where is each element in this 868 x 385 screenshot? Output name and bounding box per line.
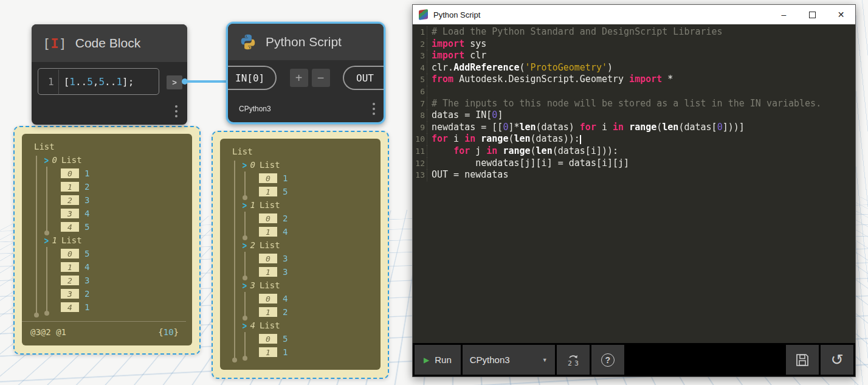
code-block-code-input[interactable]: 1 [1..5,5..1];: [38, 68, 159, 95]
line-number: 12: [413, 158, 427, 170]
tree-guide-line: [46, 167, 47, 234]
sublist-label: List: [260, 319, 280, 332]
sublist-index: 1: [250, 198, 255, 212]
input-port-in0[interactable]: IN[0]: [228, 66, 277, 90]
item-index-badge: 0: [61, 168, 79, 178]
sublist: >2List0313: [242, 238, 374, 279]
sublist-header[interactable]: >2List: [242, 238, 374, 252]
editor-titlebar[interactable]: Python Script – ✕: [413, 5, 855, 24]
python-2to3-migration-button[interactable]: 2 3: [557, 345, 590, 375]
run-button[interactable]: ▶ Run: [415, 345, 461, 375]
list-item: 34: [61, 207, 186, 220]
list-item: 45: [61, 220, 186, 234]
maximize-button[interactable]: [798, 5, 827, 24]
line-number: 11: [413, 145, 427, 158]
engine-selector-dropdown[interactable]: CPython3 ▼: [463, 345, 555, 375]
minimize-button[interactable]: –: [770, 5, 798, 24]
code-line: 12 newdatas[j][i] = datas[i][j]: [413, 158, 855, 170]
remove-input-button[interactable]: −: [312, 69, 330, 87]
code-line: 6: [413, 86, 855, 98]
revert-button[interactable]: ↺: [821, 345, 853, 375]
sublist-index: 4: [250, 319, 255, 332]
help-button[interactable]: ?: [591, 345, 624, 375]
list-item: 02: [259, 212, 374, 225]
preview-count-label: {10}: [158, 327, 179, 337]
code-block-expression: [1..5,5..1];: [64, 76, 134, 88]
list-item: 01: [259, 172, 374, 185]
preview-levels-label[interactable]: @3@2 @1: [30, 327, 66, 337]
sublist-header[interactable]: >0List: [44, 153, 186, 167]
item-index-badge: 4: [61, 222, 79, 232]
code-block-preview-bubble[interactable]: List>0List0112233445>1List0514233241 @3@…: [13, 126, 201, 355]
line-number: 7: [413, 98, 427, 110]
code-editor-area[interactable]: 1# Load the Python Standard and DesignSc…: [413, 24, 855, 343]
line-number: 9: [413, 122, 427, 134]
list-item: 32: [61, 287, 186, 300]
close-button[interactable]: ✕: [827, 5, 855, 24]
line-number: 3: [413, 50, 427, 62]
editor-window-title: Python Script: [433, 10, 770, 19]
list-item: 12: [61, 180, 186, 193]
tree-guide-line: [36, 156, 37, 315]
preview-footer: @3@2 @1 {10}: [22, 321, 186, 343]
code-block-output-port[interactable]: >: [167, 75, 182, 89]
item-index-badge: 0: [259, 213, 277, 223]
line-number: 1: [413, 26, 427, 38]
node-context-menu-icon[interactable]: [175, 105, 177, 117]
dynamo-app-icon: [419, 9, 428, 20]
python-2to3-icon: 2 3: [565, 352, 582, 369]
item-value: 4: [283, 227, 288, 237]
item-index-badge: 1: [61, 182, 79, 192]
python-script-node[interactable]: Python Script IN[0] + − OUT CPython3: [226, 22, 385, 124]
tree-guide-line: [46, 247, 47, 314]
item-index-badge: 1: [259, 187, 277, 196]
sublist-index: 0: [250, 158, 255, 172]
expand-chevron-icon[interactable]: >: [44, 152, 49, 167]
chevron-down-icon: ▼: [542, 357, 548, 363]
item-index-badge: 1: [259, 227, 277, 237]
tree-guide-line: [244, 332, 246, 359]
python-node-preview-bubble[interactable]: List>0List0115>1List0214>2List0313>3List…: [212, 131, 389, 379]
line-number: 5: [413, 74, 427, 86]
svg-text:2: 2: [568, 359, 572, 367]
sublist-header[interactable]: >0List: [242, 158, 374, 172]
expand-chevron-icon[interactable]: >: [242, 157, 247, 172]
list-item: 13: [259, 265, 374, 279]
connector-wire[interactable]: [184, 80, 230, 83]
sublist-header[interactable]: >1List: [242, 198, 374, 212]
python-node-header[interactable]: Python Script: [228, 24, 384, 60]
code-block-node[interactable]: [I] Code Block 1 [1..5,5..1]; >: [32, 24, 187, 125]
expand-chevron-icon[interactable]: >: [242, 237, 247, 252]
item-index-badge: 3: [61, 209, 79, 218]
code-line: 9newdatas = [[0]*len(datas) for i in ran…: [413, 122, 855, 134]
sublist: >0List0112233445: [44, 153, 186, 234]
save-icon: [794, 352, 810, 368]
python-script-editor-window[interactable]: Python Script – ✕ 1# Load the Python Sta…: [412, 4, 856, 377]
expand-chevron-icon[interactable]: >: [242, 197, 247, 212]
help-icon: ?: [601, 353, 615, 367]
node-context-menu-icon[interactable]: [373, 103, 375, 115]
list-item: 04: [259, 292, 374, 305]
expand-chevron-icon[interactable]: >: [242, 277, 247, 293]
item-value: 1: [283, 173, 288, 183]
save-button[interactable]: [786, 345, 819, 375]
line-number: 2: [413, 38, 427, 50]
tree-guide-line: [244, 212, 246, 238]
line-number: 6: [413, 86, 427, 98]
item-index-badge: 2: [61, 276, 79, 285]
sublist-header[interactable]: >1List: [44, 234, 186, 247]
item-index-badge: 3: [61, 289, 79, 299]
output-port-out[interactable]: OUT: [343, 66, 384, 90]
expand-chevron-icon[interactable]: >: [242, 317, 247, 333]
sublist-label: List: [260, 158, 280, 172]
sublist-header[interactable]: >4List: [242, 319, 374, 332]
sublist-header[interactable]: >3List: [242, 279, 374, 292]
sublist-index: 3: [250, 279, 255, 292]
list-item: 14: [61, 260, 186, 274]
add-input-button[interactable]: +: [290, 69, 308, 87]
expand-chevron-icon[interactable]: >: [44, 232, 49, 248]
code-line: 4clr.AddReference('ProtoGeometry'): [413, 62, 855, 74]
code-line: 2import sys: [413, 38, 855, 50]
item-value: 1: [84, 168, 89, 178]
code-block-node-header[interactable]: [I] Code Block: [32, 24, 187, 62]
